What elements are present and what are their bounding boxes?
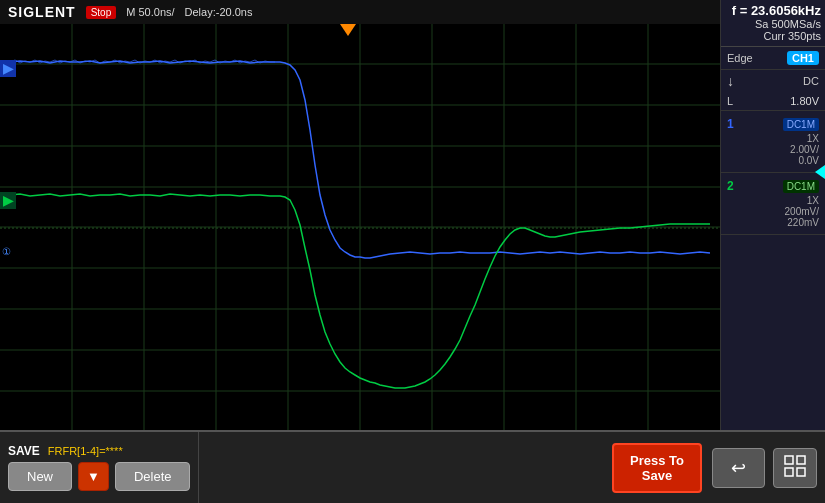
svg-rect-19: [785, 456, 793, 464]
ch1-marker: ▶: [0, 60, 16, 77]
trigger-arrow-icon: ↓: [727, 73, 734, 89]
svg-rect-21: [785, 468, 793, 476]
toolbar-spacer: [199, 432, 612, 503]
ch2-marker: ▶: [0, 192, 16, 209]
back-button[interactable]: ↩: [712, 448, 765, 488]
trigger-level-row: L 1.80V: [721, 92, 825, 111]
edge-ch1-row: Edge CH1: [721, 47, 825, 70]
trigger-level-label: L: [727, 95, 733, 107]
trigger-dc-row: ↓ DC: [721, 70, 825, 92]
svg-rect-22: [797, 468, 805, 476]
new-button[interactable]: New: [8, 462, 72, 491]
dropdown-arrow-button[interactable]: ▼: [78, 462, 109, 491]
frfr-label: FRFR[1-4]=****: [48, 445, 123, 457]
trigger-dc-label: DC: [803, 75, 819, 87]
ch1-offset: 0.0V: [727, 155, 819, 166]
ch2-block: 2 DC1M 1X 200mV/ 220mV: [721, 173, 825, 235]
delay-label: Delay:-20.0ns: [185, 6, 253, 18]
bottom-toolbar: SAVE FRFR[1-4]=**** New ▼ Delete Press T…: [0, 430, 825, 503]
ch1-badge-type: DC1M: [783, 118, 819, 131]
ch2-probe: 1X: [727, 195, 819, 206]
frequency-display: f = 23.6056kHz: [721, 0, 825, 18]
save-label: SAVE: [8, 444, 40, 458]
ch2-number: 2: [727, 179, 734, 193]
trigger-level-value: 1.80V: [790, 95, 819, 107]
ch1-probe: 1X: [727, 133, 819, 144]
curr-pts-display: Curr 350pts: [721, 30, 825, 47]
press-to-save-button[interactable]: Press ToSave: [612, 443, 702, 493]
sample-rate-display: Sa 500MSa/s: [721, 18, 825, 30]
scope-grid: [0, 24, 720, 430]
ch2-badge-type: DC1M: [783, 180, 819, 193]
svg-rect-20: [797, 456, 805, 464]
gnd-marker: ①: [2, 246, 11, 257]
ch2-scale: 200mV/: [727, 206, 819, 217]
trigger-marker-top: [340, 24, 356, 36]
grid-icon-button[interactable]: [773, 448, 817, 488]
delete-button[interactable]: Delete: [115, 462, 191, 491]
ch1-block: 1 DC1M 1X 2.00V/ 0.0V: [721, 111, 825, 173]
ch1-badge: CH1: [787, 51, 819, 65]
logo: SIGLENT: [8, 4, 76, 20]
right-panel: f = 23.6056kHz Sa 500MSa/s Curr 350pts E…: [720, 0, 825, 430]
edge-label: Edge: [727, 52, 753, 64]
ch2-offset: 220mV: [727, 217, 819, 228]
status-badge: Stop: [86, 6, 117, 19]
header-bar: SIGLENT Stop M 50.0ns/ Delay:-20.0ns: [0, 0, 720, 24]
ch1-scale: 2.00V/: [727, 144, 819, 155]
waveform-display: [0, 0, 720, 430]
save-section: SAVE FRFR[1-4]=**** New ▼ Delete: [0, 432, 199, 503]
timescale-label: M 50.0ns/: [126, 6, 174, 18]
trigger-marker-right: [815, 165, 825, 179]
grid-icon: [784, 455, 806, 477]
ch1-number: 1: [727, 117, 734, 131]
